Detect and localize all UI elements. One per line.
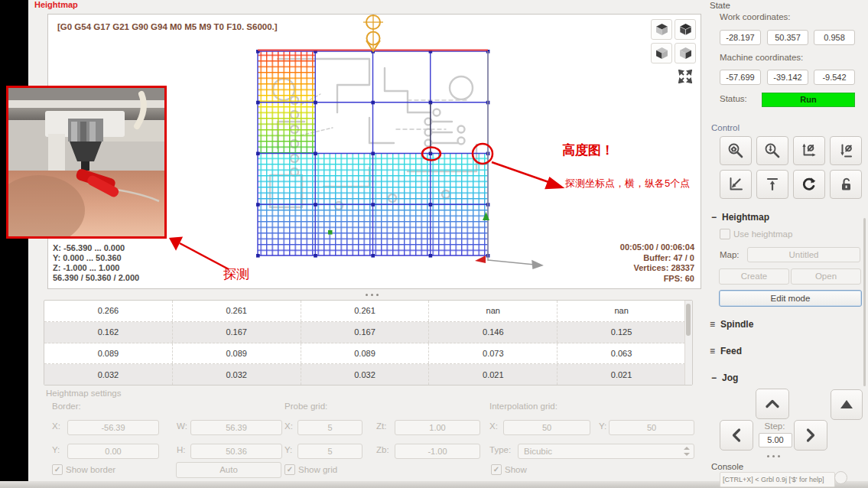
table-cell[interactable]: 0.032 <box>44 364 173 385</box>
border-h-field[interactable]: 50.36 <box>190 444 282 459</box>
probe-grid-y-field[interactable]: 5 <box>297 444 362 459</box>
safe-position-button[interactable] <box>756 170 788 199</box>
table-cell[interactable]: 0.162 <box>44 322 173 343</box>
search-home-button[interactable] <box>720 136 752 165</box>
probe-zb-field[interactable]: -1.00 <box>395 444 480 459</box>
isometric-view-button[interactable] <box>675 19 696 40</box>
restore-origin-button[interactable] <box>720 170 752 199</box>
table-cell[interactable]: 0.089 <box>301 343 430 364</box>
work-y-value: 50.357 <box>767 30 808 45</box>
table-row[interactable]: 0.2660.2610.261nannan <box>44 301 685 322</box>
show-grid-checkbox[interactable]: ✓ <box>284 464 295 475</box>
machine-z-value: -9.542 <box>814 70 855 85</box>
splitter-handle[interactable] <box>366 294 379 296</box>
front-view-button[interactable] <box>651 43 672 63</box>
origin-red-arrow <box>475 255 486 263</box>
table-cell[interactable]: 0.261 <box>173 301 301 321</box>
jog-y-plus-button[interactable] <box>756 389 789 419</box>
use-heightmap-checkbox[interactable] <box>720 229 730 239</box>
table-cell[interactable]: nan <box>558 301 685 321</box>
jog-splitter-handle[interactable] <box>767 455 780 457</box>
table-row[interactable]: 0.1620.1670.1670.1460.125 <box>44 322 685 343</box>
step-label: Step: <box>756 421 794 431</box>
heightmap-section-header[interactable]: −Heightmap <box>711 212 769 223</box>
border-w-label: W: <box>177 421 187 431</box>
zero-z-button[interactable] <box>830 136 862 165</box>
table-cell[interactable]: 0.167 <box>173 322 301 343</box>
map-name-field[interactable]: Untitled <box>747 247 860 262</box>
border-group-label: Border: <box>52 402 81 411</box>
step-value-field[interactable]: 5.00 <box>759 433 792 447</box>
table-cell[interactable]: 0.167 <box>301 322 430 343</box>
right-panel-scrollbar[interactable] <box>863 218 866 386</box>
border-w-field[interactable]: 56.39 <box>190 420 282 435</box>
jog-x-minus-button[interactable] <box>720 420 753 451</box>
cube-iso-icon <box>679 23 692 36</box>
control-section-title: Control <box>711 123 740 132</box>
unlock-button[interactable] <box>830 170 862 199</box>
probe-grid-y-label: Y: <box>284 445 292 454</box>
show-border-checkbox[interactable]: ✓ <box>52 464 63 475</box>
work-z-value: 0.958 <box>814 30 855 45</box>
table-cell[interactable]: 0.032 <box>173 364 301 385</box>
auto-button[interactable]: Auto <box>176 462 281 478</box>
work-coordinates-label: Work coordinates: <box>720 12 790 21</box>
table-cell[interactable]: nan <box>429 301 558 321</box>
table-row[interactable]: 0.0320.0320.0320.0210.021 <box>44 364 685 385</box>
interp-type-label: Type: <box>489 445 511 454</box>
reset-icon <box>801 176 818 193</box>
table-row[interactable]: 0.0890.0890.0890.0730.063 <box>44 343 685 365</box>
open-button[interactable]: Open <box>791 268 861 285</box>
table-cell[interactable]: 0.125 <box>558 322 685 343</box>
table-cell[interactable]: 0.021 <box>558 364 685 385</box>
edit-mode-button[interactable]: Edit mode <box>719 290 862 307</box>
heightmap-table: 0.2660.2610.261nannan0.1620.1670.1670.14… <box>44 300 693 386</box>
reset-button[interactable] <box>793 170 825 199</box>
heightmap-table-body: 0.2660.2610.261nannan0.1620.1670.1670.14… <box>44 301 685 385</box>
console-scroll-knob[interactable] <box>834 471 847 484</box>
zero-xy-button[interactable] <box>793 136 825 165</box>
show-border-label: Show border <box>66 465 115 474</box>
table-cell[interactable]: 0.089 <box>44 343 173 364</box>
table-cell[interactable]: 0.073 <box>429 343 558 364</box>
interp-x-field[interactable]: 50 <box>503 420 590 435</box>
map-label: Map: <box>720 250 740 259</box>
probe-zt-field[interactable]: 1.00 <box>395 420 480 435</box>
interp-type-dropdown[interactable]: Bicubic <box>518 444 694 459</box>
console-output[interactable]: [CTRL+X] < Grbl 0.9j ['$' for help] <box>720 472 835 487</box>
table-scrollbar-thumb[interactable] <box>686 304 691 336</box>
table-cell[interactable]: 0.021 <box>429 364 558 385</box>
collapse-icon: − <box>711 373 722 383</box>
render-stats-text: 00:05:00 / 00:06:04Buffer: 47 / 0Vertice… <box>620 242 694 284</box>
table-cell[interactable]: 0.261 <box>301 301 430 321</box>
border-y-label: Y: <box>52 445 60 454</box>
border-y-field[interactable]: 0.00 <box>67 444 159 459</box>
jog-x-plus-button[interactable] <box>794 420 827 451</box>
show-interpolation-checkbox[interactable]: ✓ <box>491 464 502 475</box>
jog-section-header[interactable]: −Jog <box>711 373 738 383</box>
search-home-icon <box>727 142 744 159</box>
side-view-button[interactable] <box>675 43 696 63</box>
expand-arrows-icon <box>678 70 692 83</box>
border-x-field[interactable]: -56.39 <box>67 420 159 435</box>
create-button[interactable]: Create <box>719 268 789 285</box>
top-view-button[interactable] <box>651 19 672 40</box>
probe-grid-x-field[interactable]: 5 <box>297 420 362 435</box>
probe-grid-x-label: X: <box>284 421 293 431</box>
safe-position-icon <box>764 176 781 193</box>
table-cell[interactable]: 0.266 <box>44 301 173 321</box>
interp-y-label: Y: <box>599 421 606 431</box>
table-scrollbar[interactable] <box>684 301 692 385</box>
search-z-probe-button[interactable] <box>756 136 788 165</box>
fit-view-button[interactable] <box>676 67 694 86</box>
interp-y-field[interactable]: 50 <box>609 420 694 435</box>
spindle-section-header[interactable]: ≡Spindle <box>710 319 753 330</box>
table-cell[interactable]: 0.063 <box>558 343 685 364</box>
table-cell[interactable]: 0.032 <box>301 364 430 385</box>
table-cell[interactable]: 0.146 <box>429 322 558 343</box>
feed-section-header[interactable]: ≡Feed <box>710 346 742 356</box>
webcam-photo <box>8 88 164 236</box>
table-cell[interactable]: 0.089 <box>173 343 301 364</box>
jog-z-plus-button[interactable] <box>831 389 863 420</box>
border-x-label: X: <box>52 421 60 431</box>
